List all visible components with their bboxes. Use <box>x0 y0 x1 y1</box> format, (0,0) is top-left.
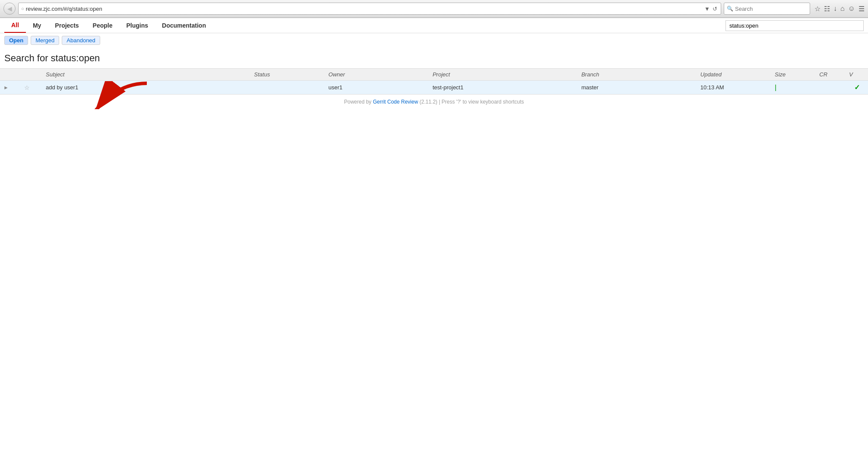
col-header-status: Status <box>250 69 325 81</box>
table-row[interactable]: ► ☆ add by user1 user1 test-project1 mas… <box>0 81 868 95</box>
page-heading: Search for status:open <box>0 47 868 68</box>
url-icon: ○ <box>21 6 24 11</box>
top-nav: All My Projects People Plugins Documenta… <box>0 18 868 33</box>
row-subject[interactable]: add by user1 <box>42 81 250 95</box>
nav-item-people[interactable]: People <box>86 19 120 32</box>
size-bar: | <box>775 84 776 91</box>
nav-item-all[interactable]: All <box>4 18 26 33</box>
home-toolbar-icon[interactable]: ⌂ <box>840 5 845 13</box>
row-size: | <box>771 81 816 95</box>
nav-item-projects[interactable]: Projects <box>48 19 86 32</box>
table-header: Subject Status Owner Project Branch Upda… <box>0 69 868 81</box>
menu-toolbar-icon[interactable]: ☰ <box>858 5 865 13</box>
expand-icon[interactable]: ► <box>3 85 9 91</box>
app-search-input[interactable] <box>725 20 864 31</box>
row-cr <box>816 81 846 95</box>
address-bar[interactable] <box>26 6 702 12</box>
col-header-expand <box>0 69 21 81</box>
search-box-right <box>725 20 864 31</box>
footer-text-before: Powered by <box>344 99 373 105</box>
row-branch: master <box>578 81 697 95</box>
col-header-updated: Updated <box>697 69 771 81</box>
row-project[interactable]: test-project1 <box>429 81 578 95</box>
grid-toolbar-icon[interactable]: ☷ <box>824 5 830 13</box>
nav-item-documentation[interactable]: Documentation <box>155 19 213 32</box>
col-header-owner: Owner <box>325 69 429 81</box>
address-bar-wrap: ○ ▼ ↺ <box>18 3 721 15</box>
row-star[interactable]: ☆ <box>21 81 42 95</box>
app-content: All My Projects People Plugins Documenta… <box>0 18 868 109</box>
star-icon[interactable]: ☆ <box>24 84 30 91</box>
tab-abandoned[interactable]: Abandoned <box>62 36 100 45</box>
tab-merged[interactable]: Merged <box>31 36 59 45</box>
row-expand[interactable]: ► <box>0 81 21 95</box>
address-bar-btns: ▼ ↺ <box>703 6 718 12</box>
tab-open[interactable]: Open <box>4 36 28 45</box>
col-header-star <box>21 69 42 81</box>
verified-check: ✓ <box>854 84 860 91</box>
results-table: Subject Status Owner Project Branch Upda… <box>0 68 868 95</box>
browser-search-wrap: 🔍 <box>724 3 810 15</box>
row-v: ✓ <box>846 81 868 95</box>
col-header-cr: CR <box>816 69 846 81</box>
dropdown-button[interactable]: ▼ <box>703 6 711 12</box>
browser-chrome: ◀ ○ ▼ ↺ 🔍 ☆ ☷ ↓ ⌂ ☺ ☰ <box>0 0 868 18</box>
footer-link[interactable]: Gerrit Code Review <box>373 99 418 105</box>
toolbar-icons: ☆ ☷ ↓ ⌂ ☺ ☰ <box>814 5 865 13</box>
col-header-subject: Subject <box>42 69 250 81</box>
col-header-size: Size <box>771 69 816 81</box>
top-nav-items: All My Projects People Plugins Documenta… <box>4 18 213 33</box>
reload-button[interactable]: ↺ <box>712 6 718 12</box>
sub-nav: Open Merged Abandoned <box>0 33 868 47</box>
row-updated: 10:13 AM <box>697 81 771 95</box>
table-body: ► ☆ add by user1 user1 test-project1 mas… <box>0 81 868 95</box>
download-toolbar-icon[interactable]: ↓ <box>833 5 837 13</box>
row-status <box>250 81 325 95</box>
col-header-v: V <box>846 69 868 81</box>
footer-text-after: (2.11.2) | Press '?' to view keyboard sh… <box>418 99 524 105</box>
star-toolbar-icon[interactable]: ☆ <box>814 5 820 13</box>
nav-item-plugins[interactable]: Plugins <box>120 19 155 32</box>
user-toolbar-icon[interactable]: ☺ <box>848 5 855 13</box>
footer: Powered by Gerrit Code Review (2.11.2) |… <box>0 95 868 109</box>
browser-search-icon: 🔍 <box>727 6 733 12</box>
browser-search-input[interactable] <box>735 6 795 12</box>
col-header-branch: Branch <box>578 69 697 81</box>
col-header-project: Project <box>429 69 578 81</box>
nav-item-my[interactable]: My <box>26 19 48 32</box>
back-button[interactable]: ◀ <box>3 3 16 15</box>
browser-toolbar: ◀ ○ ▼ ↺ 🔍 ☆ ☷ ↓ ⌂ ☺ ☰ <box>0 0 868 18</box>
table-wrapper: Subject Status Owner Project Branch Upda… <box>0 68 868 95</box>
row-owner[interactable]: user1 <box>325 81 429 95</box>
